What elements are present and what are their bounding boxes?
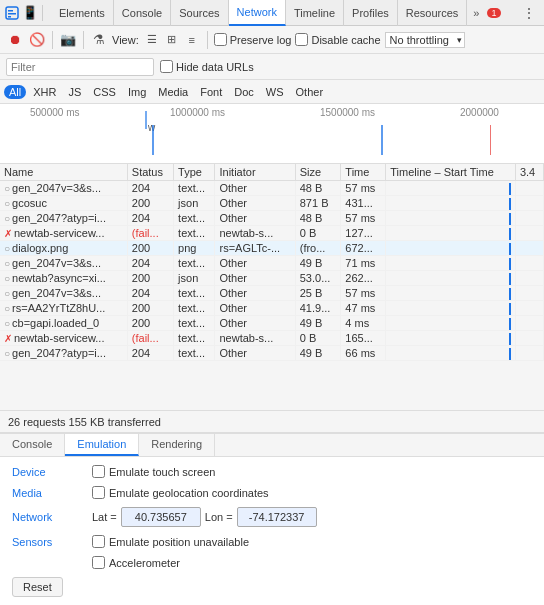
large-view-button[interactable]: ⊞ <box>163 31 181 49</box>
separator <box>207 31 208 49</box>
record-button[interactable]: ⏺ <box>6 31 24 49</box>
table-row[interactable]: ✗newtab-servicew...(fail...text...newtab… <box>0 226 544 241</box>
filter-input[interactable] <box>6 58 154 76</box>
type-btn-css[interactable]: CSS <box>88 85 121 99</box>
lon-label: Lon = <box>205 511 233 523</box>
td-initiator: Other <box>215 346 295 361</box>
more-options-button[interactable]: ⋮ <box>518 5 540 21</box>
network-label: Network <box>12 511 92 523</box>
table-row[interactable]: ○gcosuc200jsonOther871 B431... <box>0 196 544 211</box>
filter-icon[interactable]: ⚗ <box>90 31 108 49</box>
td-name: ○gen_2047v=3&s... <box>0 181 127 196</box>
td-timeline <box>386 346 516 361</box>
td-size: 48 B <box>295 181 341 196</box>
row-checkbox-icon: ○ <box>4 213 10 224</box>
tab-timeline[interactable]: Timeline <box>286 0 344 26</box>
position-unavailable-check[interactable]: Emulate position unavailable <box>92 535 249 548</box>
td-extra <box>515 241 543 256</box>
row-checkbox-icon: ○ <box>4 303 10 314</box>
tab-elements[interactable]: Elements <box>51 0 114 26</box>
table-row[interactable]: ○gen_2047v=3&s...204text...Other25 B57 m… <box>0 286 544 301</box>
type-btn-js[interactable]: JS <box>63 85 86 99</box>
td-status: 200 <box>127 301 173 316</box>
td-size: (fro... <box>295 241 341 256</box>
td-type: text... <box>174 331 215 346</box>
geo-input[interactable] <box>92 486 105 499</box>
disable-cache-input[interactable] <box>295 33 308 46</box>
small-view-button[interactable]: ≡ <box>183 31 201 49</box>
camera-button[interactable]: 📷 <box>59 31 77 49</box>
col-header-name[interactable]: Name <box>0 164 127 181</box>
table-row[interactable]: ○gen_2047?atyp=i...204text...Other48 B57… <box>0 211 544 226</box>
touch-screen-label: Emulate touch screen <box>109 466 215 478</box>
tab-network[interactable]: Network <box>229 0 286 26</box>
col-header-time[interactable]: Time <box>341 164 386 181</box>
table-row[interactable]: ○rs=AA2YrTtZ8hU...200text...Other41.9...… <box>0 301 544 316</box>
table-row[interactable]: ○dialogx.png200pngrs=AGLTc-...(fro...672… <box>0 241 544 256</box>
type-btn-xhr[interactable]: XHR <box>28 85 61 99</box>
col-header-status[interactable]: Status <box>127 164 173 181</box>
type-btn-img[interactable]: Img <box>123 85 151 99</box>
network-table-scroll[interactable]: Name Status Type Initiator Size Time Tim… <box>0 164 544 410</box>
table-row[interactable]: ○cb=gapi.loaded_0200text...Other49 B4 ms <box>0 316 544 331</box>
hide-data-urls-input[interactable] <box>160 60 173 73</box>
touch-screen-check[interactable]: Emulate touch screen <box>92 465 215 478</box>
bottom-tab-emulation[interactable]: Emulation <box>65 434 139 456</box>
sensors-label: Sensors <box>12 536 92 548</box>
preserve-log-checkbox[interactable]: Preserve log <box>214 33 292 46</box>
geo-label: Emulate geolocation coordinates <box>109 487 269 499</box>
disable-cache-checkbox[interactable]: Disable cache <box>295 33 380 46</box>
throttle-select[interactable]: No throttling <box>385 32 465 48</box>
tab-profiles[interactable]: Profiles <box>344 0 398 26</box>
table-row[interactable]: ○gen_2047v=3&s...204text...Other49 B71 m… <box>0 256 544 271</box>
td-type: text... <box>174 316 215 331</box>
col-header-initiator[interactable]: Initiator <box>215 164 295 181</box>
lat-input[interactable] <box>121 507 201 527</box>
row-checkbox-icon: ○ <box>4 183 10 194</box>
table-row[interactable]: ✗newtab-servicew...(fail...text...newtab… <box>0 331 544 346</box>
td-initiator: Other <box>215 181 295 196</box>
col-header-type[interactable]: Type <box>174 164 215 181</box>
tab-sources[interactable]: Sources <box>171 0 228 26</box>
col-header-size[interactable]: Size <box>295 164 341 181</box>
row-checkbox-icon: ○ <box>4 258 10 269</box>
more-tabs-button[interactable]: » <box>469 7 483 19</box>
mobile-icon[interactable]: 📱 <box>22 5 38 21</box>
td-extra <box>515 331 543 346</box>
timeline-tick <box>509 318 511 330</box>
reset-button[interactable]: Reset <box>12 577 63 597</box>
td-initiator: Other <box>215 211 295 226</box>
type-btn-other[interactable]: Other <box>291 85 329 99</box>
touch-screen-input[interactable] <box>92 465 105 478</box>
clear-button[interactable]: 🚫 <box>28 31 46 49</box>
td-status: 204 <box>127 211 173 226</box>
list-view-button[interactable]: ☰ <box>143 31 161 49</box>
table-row[interactable]: ○newtab?async=xi...200jsonOther53.0...26… <box>0 271 544 286</box>
hide-data-urls-checkbox[interactable]: Hide data URLs <box>160 60 254 73</box>
type-btn-all[interactable]: All <box>4 85 26 99</box>
tab-resources[interactable]: Resources <box>398 0 468 26</box>
geo-check[interactable]: Emulate geolocation coordinates <box>92 486 269 499</box>
table-row[interactable]: ○gen_2047?atyp=i...204text...Other49 B66… <box>0 346 544 361</box>
table-row[interactable]: ○gen_2047v=3&s...204text...Other48 B57 m… <box>0 181 544 196</box>
type-btn-doc[interactable]: Doc <box>229 85 259 99</box>
accelerometer-check[interactable]: Accelerometer <box>92 556 180 569</box>
preserve-log-input[interactable] <box>214 33 227 46</box>
col-header-timeline[interactable]: Timeline – Start Time <box>386 164 516 181</box>
bottom-tab-rendering[interactable]: Rendering <box>139 434 215 456</box>
accelerometer-input[interactable] <box>92 556 105 569</box>
type-btn-font[interactable]: Font <box>195 85 227 99</box>
devtools-logo-icon <box>4 5 20 21</box>
bottom-tab-console[interactable]: Console <box>0 434 65 456</box>
main-container: 📱 Elements Console Sources Network Timel… <box>0 0 544 605</box>
timeline-tick <box>509 228 511 240</box>
type-btn-ws[interactable]: WS <box>261 85 289 99</box>
device-row: Device Emulate touch screen <box>12 465 532 478</box>
timeline-tick <box>509 198 511 210</box>
td-type: text... <box>174 301 215 316</box>
lon-input[interactable] <box>237 507 317 527</box>
type-btn-media[interactable]: Media <box>153 85 193 99</box>
position-unavailable-input[interactable] <box>92 535 105 548</box>
tab-console[interactable]: Console <box>114 0 171 26</box>
timeline-chart: 500000 ms 1000000 ms 1500000 ms 2000000 … <box>0 104 544 164</box>
